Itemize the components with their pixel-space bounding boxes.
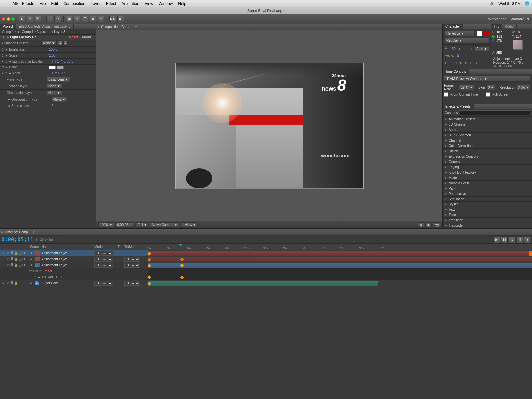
angle-value[interactable]: 0 x +0.0° [52,71,66,75]
close-button[interactable] [2,17,5,21]
italic-btn[interactable]: T [449,61,451,65]
menu-animation[interactable]: Animation [122,1,139,6]
layer-1-collapse[interactable]: ◯ [18,251,22,255]
toolbar-zoom[interactable]: 🔍 [35,16,41,22]
grid-icon[interactable]: ▦ [418,222,424,228]
effects-search-input[interactable] [460,110,530,115]
color-stroke-char[interactable] [484,31,489,36]
layer-1-kf-start[interactable] [147,252,151,255]
category-stylize[interactable]: ► Stylize [443,202,532,207]
category-color-correction[interactable]: ► Color Correction [443,143,532,149]
layer-4-vis[interactable]: 👁 [7,281,10,285]
light-src-value[interactable]: 144.0, 76.0 [57,60,73,63]
metrics-value[interactable]: 0 [457,54,459,58]
layer-3-mode-dropdown[interactable]: Normal [94,263,113,268]
tl-settings-btn[interactable]: ⚙ [516,236,523,243]
category-blur-sharpen[interactable]: ► Blur & Sharpen [443,133,532,138]
layer-row-4[interactable]: 4 👁 🔒 ► ▶ Super Bowl Normal [0,280,148,286]
skip-dropdown[interactable]: 0 ▼ [486,85,495,90]
layer-3-fx[interactable]: f [22,263,23,267]
category-generate[interactable]: ► Generate [443,159,532,165]
layer-2-solo[interactable] [11,257,13,260]
tl-play-btn[interactable]: ▶ [493,236,500,243]
layer-2-mode-dropdown[interactable]: Normal [94,257,113,262]
category-text[interactable]: ► Text [443,207,532,212]
layer-1-out-point[interactable] [529,251,532,256]
iris-kf-2[interactable] [180,275,184,279]
flare-type-dropdown[interactable]: Basic Lens ▼ [47,77,70,82]
effects-presets-tab[interactable]: Effects & Presets [443,104,474,109]
layer-2-expand[interactable]: ► [30,258,33,261]
toolbar-arrow[interactable]: ▶ [19,16,25,22]
toolbar-brush[interactable]: ✂ [98,16,104,22]
sub-btn[interactable]: Tᴸ [470,61,473,65]
sub-iris-value[interactable]: 0.0 [57,275,64,279]
category-distort[interactable]: ► Distort [443,149,532,154]
full-screen-checkbox[interactable] [486,92,490,97]
layer-2-motion[interactable]: ■ [24,257,26,261]
effect-checkbox[interactable]: ■ [7,35,9,39]
tl-solo-btn[interactable]: ♠ [524,236,531,243]
font-style-dropdown[interactable]: Regular ▼ [445,38,489,43]
menu-file[interactable]: File [39,1,46,6]
about-btn[interactable]: About... [82,35,94,39]
leading-dropdown[interactable]: Auto ▼ [475,46,489,51]
sub-iris-stopwatch[interactable]: ⏱ [13,275,37,279]
light-src-expand[interactable]: ► [1,60,4,63]
light-src-picker[interactable] [52,60,56,63]
category-trapcode[interactable]: ► Trapcode [443,223,532,228]
category-knoll-light-factory[interactable]: ► Knoll Light Factory [443,170,532,175]
scale-stopwatch[interactable]: ⏱ [1,54,4,57]
font-dropdown[interactable]: Helvetica ▼ [445,31,474,36]
view-control[interactable]: Active Camera ▼ [150,222,179,228]
quality-control[interactable]: Full ▼ [136,222,149,228]
project-tab[interactable]: Project [0,24,16,29]
layer-4-kf-start[interactable] [147,282,151,285]
menu-view[interactable]: View [145,1,153,6]
layer-2-fx[interactable]: f [22,257,23,261]
category-audio[interactable]: ► Audio [443,127,532,133]
zoom-control[interactable]: 100% ▼ [98,222,114,228]
light-src-stopwatch[interactable]: ⏱ [5,60,8,63]
layer-1-solo[interactable] [11,251,13,254]
layer-1-motion-blur[interactable]: ■ [24,251,26,255]
reset-btn[interactable]: Reset [69,35,78,39]
toolbar-ram[interactable]: ▶ [117,16,124,22]
layer-4-lock[interactable]: 🔒 [14,281,18,285]
layer-2-kf-start[interactable] [147,258,151,261]
character-tab[interactable]: Character [443,24,463,29]
angle-expand[interactable]: ► [1,72,4,75]
menu-after-effects[interactable]: After Effects [12,1,34,6]
toolbar-shape[interactable]: ◆ [90,16,96,22]
location-layer-dropdown[interactable]: None ▼ [47,84,62,89]
color-swatch-char[interactable] [477,31,482,36]
from-current-time-checkbox[interactable] [444,92,448,97]
category-3d-channel[interactable]: ► 3D Channel [443,122,532,127]
layer-1-expand[interactable]: ▼ [30,252,33,255]
category-matte[interactable]: ► Matte [443,175,532,181]
iris-kf-1[interactable] [147,275,151,279]
color-swatch[interactable] [49,66,56,69]
timeline-tab-arrow[interactable]: ▼ [32,230,35,234]
ram-preview-btn[interactable]: RAM Preview Options ▼ [444,76,531,82]
time-controls-tab[interactable]: Time Controls [443,69,469,74]
layer-4-expand[interactable]: ► [30,282,33,285]
menu-edit[interactable]: Edit [51,1,58,6]
scale-value[interactable]: 1.00 [49,54,55,57]
underline-btn[interactable]: T̲ [475,61,477,65]
layer-1-vis[interactable]: 👁 [7,251,10,255]
effect-controls-tab[interactable]: Effect Controls: Adjustment Layer 3 [16,24,74,29]
layer-3-vis[interactable]: 👁 [7,263,10,267]
workspace-selector[interactable]: Workspace: Standard ▼ [488,17,530,21]
super-btn[interactable]: Tᴸ [464,61,467,65]
layer-row-1[interactable]: 1 👁 🔒 ◯ f ■ ▼ Adjustment Layer [0,250,148,256]
minimize-button[interactable] [7,17,10,21]
preset-next[interactable]: ▶ [63,41,68,46]
layer-1-mode-dropdown[interactable]: Normal [94,251,113,256]
tl-render-btn[interactable]: ♫ [509,236,515,243]
layer-3-motion[interactable]: ■ [24,263,26,267]
font-size-value[interactable]: 159 px [450,47,466,51]
obscuration-type-dropdown[interactable]: Alpha ▼ [51,97,67,102]
toolbar-redo[interactable]: ↪ [54,16,61,22]
layer-4-mode-dropdown[interactable]: Normal [94,281,113,286]
